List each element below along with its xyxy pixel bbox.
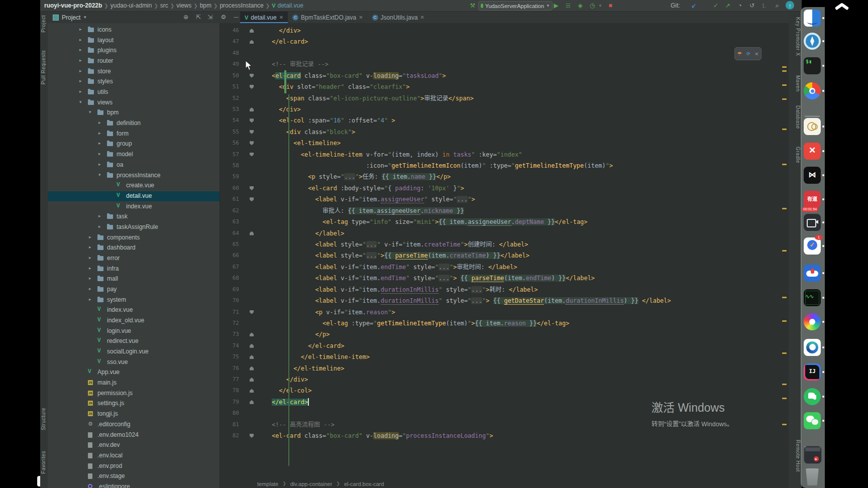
- code-line-56[interactable]: 56 <el-timeline>: [221, 138, 782, 149]
- chevron-closed-icon[interactable]: ▸: [98, 131, 101, 136]
- line-number[interactable]: 47: [221, 36, 239, 47]
- line-number[interactable]: 59: [221, 171, 239, 182]
- debug-icon[interactable]: ☵: [564, 1, 573, 10]
- stripe-warning-mark[interactable]: [782, 164, 787, 165]
- code-line-46[interactable]: 46 </div>: [221, 25, 782, 36]
- tree-item-pay[interactable]: ▸pay: [48, 285, 220, 295]
- tree-item-.eslintignore[interactable]: .eslintignore: [48, 482, 220, 488]
- code-line-79[interactable]: 79 </el-card>: [221, 397, 782, 408]
- fold-marker-icon[interactable]: [250, 107, 254, 111]
- tool-button-database[interactable]: Database: [790, 105, 801, 129]
- tree-item-dashboard[interactable]: ▸dashboard: [48, 243, 220, 253]
- code-line-77[interactable]: 77 </div>: [221, 374, 782, 385]
- line-number[interactable]: 55: [221, 127, 239, 138]
- chevron-closed-icon[interactable]: ▸: [98, 213, 101, 218]
- capcut-icon[interactable]: ⋈: [804, 167, 821, 184]
- ticktick-icon[interactable]: [804, 237, 821, 255]
- code-line-78[interactable]: 78 </el-col>: [221, 385, 782, 396]
- chrome-icon[interactable]: [804, 82, 821, 99]
- coverage-icon[interactable]: ◈: [576, 1, 585, 10]
- screen-recorder-icon[interactable]: [804, 214, 821, 231]
- tool-button-project[interactable]: Project: [41, 15, 48, 33]
- code-line-69[interactable]: 69 <label v-if="item.durationInMillis" s…: [221, 284, 782, 295]
- fold-marker-icon[interactable]: [250, 153, 254, 157]
- chevron-closed-icon[interactable]: ▸: [89, 266, 91, 271]
- fold-marker-icon[interactable]: [250, 344, 254, 348]
- tree-item-definition[interactable]: ▸definition: [48, 118, 220, 129]
- stripe-warning-mark[interactable]: [782, 129, 787, 130]
- tree-item-taskAssignRule[interactable]: ▸taskAssignRule: [48, 222, 220, 232]
- tree-item-utils[interactable]: ▸utils: [48, 87, 220, 97]
- tree-item-.env.stage[interactable]: .env.stage: [48, 471, 220, 481]
- search-icon[interactable]: ⌕: [773, 1, 782, 10]
- chevron-closed-icon[interactable]: ▸: [98, 120, 101, 125]
- tree-item-.editorconfig[interactable]: ⚙.editorconfig: [48, 420, 220, 430]
- chevron-closed-icon[interactable]: ▸: [89, 276, 91, 281]
- tool-button-maven[interactable]: Maven: [790, 75, 801, 92]
- rollback-icon[interactable]: ↺: [747, 1, 756, 10]
- tree-item-components[interactable]: ▸components: [48, 233, 220, 243]
- chevron-open-icon[interactable]: ▾: [89, 109, 91, 114]
- line-number[interactable]: 82: [221, 430, 239, 441]
- code-line-55[interactable]: 55 <div class="block">: [221, 127, 782, 138]
- tree-item-index_old.vue[interactable]: Vindex_old.vue: [48, 316, 220, 326]
- line-number[interactable]: 66: [221, 250, 239, 261]
- chevron-open-icon[interactable]: ▾: [98, 172, 101, 177]
- chevron-closed-icon[interactable]: ▸: [98, 151, 101, 156]
- tree-item-login.vue[interactable]: Vlogin.vue: [48, 326, 220, 336]
- intellij-idea-icon[interactable]: IJ: [804, 363, 821, 381]
- chevron-closed-icon[interactable]: ▸: [98, 224, 101, 229]
- history-icon[interactable]: ◔: [735, 1, 744, 10]
- chevron-closed-icon[interactable]: ▸: [79, 89, 82, 94]
- panel-splitter[interactable]: [220, 23, 221, 488]
- chevron-closed-icon[interactable]: ▸: [79, 47, 82, 52]
- chevron-open-icon[interactable]: ▾: [79, 99, 82, 104]
- wechat-icon[interactable]: [804, 412, 821, 429]
- code-line-52[interactable]: 52 <span class="el-icon-picture-outline"…: [221, 93, 782, 104]
- run-icon[interactable]: ▶: [552, 1, 561, 10]
- fold-marker-icon[interactable]: [250, 378, 254, 382]
- line-number[interactable]: 77: [221, 374, 239, 385]
- line-number[interactable]: 54: [221, 115, 239, 126]
- tree-item-create.vue[interactable]: Vcreate.vue: [48, 181, 220, 191]
- stripe-warning-mark[interactable]: [782, 384, 787, 385]
- tree-item-detail.vue[interactable]: Vdetail.vue: [48, 191, 220, 201]
- code-line-67[interactable]: 67 <label v-if="item.endTime" style="...…: [221, 262, 782, 273]
- stripe-warning-mark[interactable]: [782, 84, 787, 86]
- error-stripe[interactable]: [782, 23, 789, 488]
- breadcrumb[interactable]: ruoyi-vue-pro-2022b❯yudao-ui-admin❯src❯v…: [44, 0, 303, 11]
- profiler-chevron-icon[interactable]: ▼: [596, 1, 605, 10]
- floating-plugin-popup[interactable]: ☂ ⟳ ✕: [734, 47, 762, 60]
- fold-marker-icon[interactable]: [250, 118, 254, 123]
- breadcrumb-item[interactable]: processInstance: [220, 2, 263, 9]
- tree-item-.env.dev[interactable]: .env.dev: [48, 440, 220, 450]
- code-line-54[interactable]: 54 <el-col :span="16" :offset="4" >: [221, 115, 782, 126]
- line-number[interactable]: 48: [221, 48, 239, 59]
- stripe-warning-mark[interactable]: [782, 424, 787, 425]
- code-line-82[interactable]: 82 <el-card class="box-card" v-loading="…: [221, 430, 782, 441]
- fold-marker-icon[interactable]: [250, 85, 254, 89]
- editor-breadcrumb[interactable]: template❯div.app-container❯el-card.box-c…: [257, 481, 384, 487]
- line-number[interactable]: 70: [221, 295, 239, 306]
- rings-app-icon[interactable]: [804, 118, 821, 135]
- line-number[interactable]: 80: [221, 408, 239, 419]
- code-line-75[interactable]: 75 </el-timeline-item>: [221, 351, 782, 362]
- fold-marker-icon[interactable]: [250, 355, 254, 359]
- line-number[interactable]: 64: [221, 228, 239, 239]
- code-line-76[interactable]: 76 </el-timeline>: [221, 363, 782, 374]
- tree-item-plugins[interactable]: ▸plugins: [48, 46, 220, 56]
- locate-file-icon[interactable]: ⊕: [182, 13, 190, 21]
- code-line-61[interactable]: 61 <label v-if="item.assigneeUser" style…: [221, 194, 782, 205]
- fold-marker-icon[interactable]: [250, 197, 254, 201]
- code-line-62[interactable]: 62 审批人: {{ item.assigneeUser.nickname }}: [221, 205, 782, 216]
- code-line-81[interactable]: 81 <!-- 高亮流程图 -->: [221, 419, 782, 430]
- breadcrumb-item[interactable]: bpm: [200, 2, 211, 9]
- tab-BpmTaskExtDO.java[interactable]: CBpmTaskExtDO.java✕: [288, 12, 367, 23]
- line-number[interactable]: 60: [221, 183, 239, 194]
- tree-item-icons[interactable]: ▸icons: [48, 25, 220, 35]
- breadcrumb-item[interactable]: src: [160, 2, 168, 9]
- fold-marker-icon[interactable]: [250, 186, 254, 190]
- line-number[interactable]: 53: [221, 104, 239, 115]
- tab-JsonUtils.java[interactable]: CJsonUtils.java✕: [368, 12, 429, 23]
- stripe-warning-mark[interactable]: [782, 398, 787, 399]
